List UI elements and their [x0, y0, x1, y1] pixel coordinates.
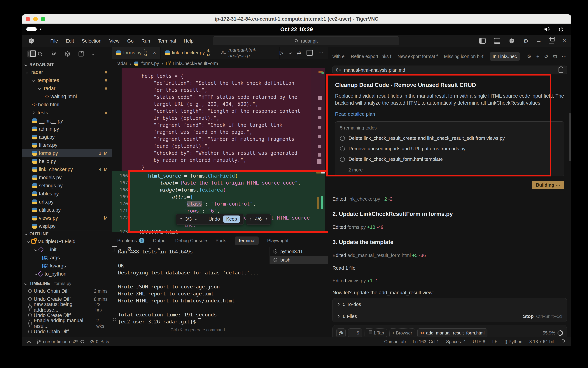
menu-go[interactable]: Go [127, 38, 134, 44]
read-detailed-plan-link[interactable]: Read detailed plan [335, 111, 564, 117]
outline-section-header[interactable]: OUTLINE [22, 230, 112, 237]
tree-item-hello.html[interactable]: <>hello.html [22, 101, 112, 109]
panel-tab-debug-console[interactable]: Debug Console [175, 238, 207, 243]
panel-tab-playwright[interactable]: Playwright [267, 238, 288, 243]
timeline-section-header[interactable]: TIMELINEforms.py [22, 280, 112, 287]
bell-icon[interactable] [561, 339, 566, 345]
tree-item-utilities.py[interactable]: utilities.py [22, 206, 112, 214]
pager-prev-icon[interactable] [249, 218, 252, 221]
minimize-icon[interactable]: – [537, 37, 541, 45]
chat-tab-new-export-format-f[interactable]: New export format f [397, 54, 438, 59]
status-item-cursor-tab[interactable]: Cursor Tab [384, 339, 406, 344]
menu-file[interactable]: File [50, 38, 58, 44]
terminal-profile-bash[interactable]: bash [270, 256, 328, 264]
stop-button[interactable]: StopCtrl+Shift+⌫ [523, 313, 562, 319]
search-activity-icon[interactable] [37, 51, 43, 57]
outline-item-args[interactable]: [@]args [22, 254, 112, 262]
layout-grid-icon[interactable] [78, 51, 84, 57]
outline-item-__init__[interactable]: __init__ [22, 246, 112, 254]
tree-item-tests[interactable]: tests [22, 109, 112, 117]
tree-item-settings.py[interactable]: settings.py [22, 182, 112, 190]
undo-button[interactable]: Undo [209, 216, 220, 222]
tree-item-admin.py[interactable]: admin.py [22, 125, 112, 133]
tree-item-hello.py[interactable]: hello.py [22, 157, 112, 166]
terminal-output[interactable]: Ran 488 tests in 164.649s OKDestroying t… [118, 248, 284, 325]
chat-tab-refine-export-links-f[interactable]: Refine export links f [351, 54, 391, 59]
terminal-profile-python3.11[interactable]: python3.11 [270, 247, 328, 256]
power-icon[interactable] [558, 27, 564, 32]
status-item-spaces-4[interactable]: Spaces: 4 [446, 339, 466, 344]
keep-button[interactable]: Keep [223, 215, 240, 223]
tree-item-models.py[interactable]: models.py [22, 174, 112, 182]
tree-item-radar[interactable]: radar [22, 84, 112, 92]
tree-item-filters.py[interactable]: filters.py [22, 141, 112, 149]
zoom-window-button[interactable] [41, 17, 45, 21]
tab-close-icon[interactable]: × [153, 50, 156, 56]
overview-ruler[interactable] [325, 68, 328, 235]
remote-indicator-icon[interactable]: >< [26, 339, 31, 345]
tree-item-urls.py[interactable]: urls.py [22, 198, 112, 206]
todos-more[interactable]: ⋯2 more [340, 167, 559, 173]
tree-item-__init__.py[interactable]: __init__.py [22, 117, 112, 125]
command-search-box[interactable]: radar.git [213, 37, 399, 45]
tree-item-templates[interactable]: templates [22, 76, 112, 84]
menu-edit[interactable]: Edit [66, 38, 74, 44]
plan-file-header[interactable]: 8≡ manual-html-analysis.plan.md [332, 65, 567, 74]
explorer-section-header[interactable]: RADAR.GIT [22, 61, 112, 68]
source-control-icon[interactable] [51, 51, 56, 57]
split-editor-icon[interactable] [306, 50, 313, 56]
tree-item-asgi.py[interactable]: asgi.py [22, 133, 112, 141]
breadcrumb-item[interactable]: forms.py [141, 61, 159, 66]
terminal-link[interactable]: htmlcov/index.html [181, 298, 235, 304]
menu-selection[interactable]: Selection [82, 38, 101, 44]
status-item-3-13-7-64-bit[interactable]: 3.13.7 64-bit [529, 339, 554, 344]
read-file-row[interactable]: Read 1 file [332, 265, 567, 271]
chevron-down-icon[interactable] [92, 53, 94, 55]
panel-tab-output[interactable]: Output [153, 238, 167, 243]
timeline-item[interactable]: Undo Chain Diff2 mins [22, 287, 112, 295]
toggle-panel-icon[interactable] [494, 38, 500, 44]
tree-item-waiting.html[interactable]: <>waiting.html [22, 92, 112, 101]
chat-history-icon[interactable]: ↺ [544, 53, 548, 59]
extensions-icon[interactable] [65, 51, 70, 57]
diff-prev-icon[interactable] [179, 218, 182, 221]
clipboard-icon[interactable] [559, 67, 563, 73]
tree-item-radar[interactable]: radar [22, 68, 112, 76]
context-usage[interactable]: 55.9% [543, 330, 563, 336]
chat-settings-gear-icon[interactable]: ⚙ [527, 53, 532, 59]
status-item-ln-163-col-1[interactable]: Ln 163, Col 1 [413, 339, 439, 344]
breadcrumb-item[interactable]: radar [117, 61, 127, 66]
count-chip[interactable]: 9 [348, 328, 362, 338]
tree-item-tables.py[interactable]: tables.py [22, 190, 112, 198]
pager-next-icon[interactable] [265, 218, 268, 221]
status-item-utf-8[interactable]: UTF-8 [473, 339, 485, 344]
restore-icon[interactable] [549, 38, 554, 44]
building-status-badge[interactable]: Building ⋯ [532, 181, 564, 189]
todo-item[interactable]: Remove unused imports and URL patterns f… [340, 146, 559, 152]
outline-item-MultipleURLField[interactable]: MultipleURLField [22, 237, 112, 246]
chat-tab-missing-icon-on-bi-f[interactable]: Missing icon on bi-f [444, 54, 483, 59]
status-item--python[interactable]: {} Python [504, 339, 522, 344]
toggle-sidebar-icon[interactable] [479, 38, 486, 44]
tree-item-forms.py[interactable]: forms.py1, M [22, 149, 112, 157]
close-window-button[interactable] [26, 17, 30, 21]
chat-copy-icon[interactable]: ⧉ [553, 53, 557, 59]
minimap[interactable] [311, 68, 325, 232]
editor-tab-manual-html-analysis.p[interactable]: 8≡manual-html-analysis.p [217, 47, 280, 59]
edited-file-row[interactable]: Edited link_checker.py +2 -2 [332, 196, 567, 202]
compare-changes-icon[interactable]: ⇄ [297, 50, 301, 56]
file-context-chip[interactable]: <>add_manual_result_form.html [417, 328, 487, 338]
volume-icon[interactable] [544, 27, 550, 32]
minimize-window-button[interactable] [33, 17, 38, 21]
status-item-lf[interactable]: LF [492, 339, 497, 344]
tree-item-views.py[interactable]: views.pyM [22, 214, 112, 222]
breadcrumb-item[interactable]: LinkCheckResultForm [173, 61, 218, 66]
edited-file-row[interactable]: Edited forms.py +18 -49 [332, 224, 567, 230]
todo-item[interactable]: Delete link_check_result_form.html templ… [340, 156, 559, 162]
menu-view[interactable]: View [109, 38, 119, 44]
close-icon[interactable]: × [563, 37, 566, 45]
todos-expander[interactable]: 5 To-dos [333, 298, 567, 310]
files-expander[interactable]: 6 Files StopCtrl+Shift+⌫ [333, 310, 567, 322]
outline-item-kwargs[interactable]: [@]kwargs [22, 262, 112, 270]
chat-scrollbar[interactable] [569, 113, 571, 161]
